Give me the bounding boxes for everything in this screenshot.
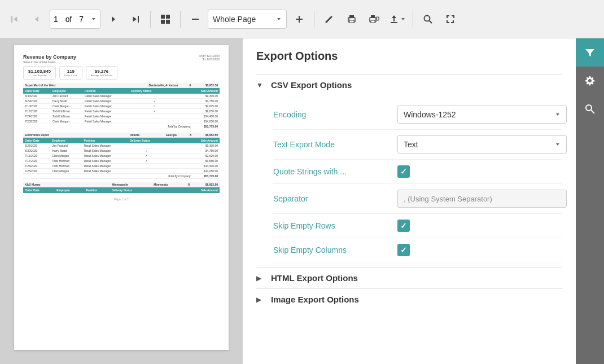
text-export-label: Text Export Mode — [273, 140, 397, 149]
divider-3 — [314, 11, 314, 28]
zoom-select[interactable]: Whole Page — [208, 10, 287, 29]
doc-date-to: To: 9/27/2020 — [199, 58, 220, 61]
doc-subtitle: Sales in the United States — [23, 60, 220, 64]
print-button[interactable] — [342, 9, 362, 29]
csv-section-header[interactable]: ▼ CSV Export Options — [256, 74, 562, 95]
skip-rows-label: Skip Empty Rows — [273, 221, 397, 230]
text-export-control: Text — [397, 135, 567, 154]
doc-page: Revenue by Company Sales in the United S… — [14, 45, 229, 350]
text-export-select[interactable]: Text — [397, 135, 567, 154]
svg-point-17 — [586, 105, 592, 111]
svg-rect-6 — [296, 19, 303, 20]
page-footer: Page 1 of 7 — [23, 198, 220, 201]
zoom-out-button[interactable] — [185, 9, 205, 29]
html-chevron-icon: ▶ — [256, 274, 265, 282]
svg-rect-12 — [371, 15, 375, 18]
skip-rows-checkbox[interactable]: ✓ — [397, 220, 410, 232]
upload-icon — [389, 14, 399, 24]
stat-revenue-label: Total Revenue — [28, 74, 51, 77]
stat-count: 119 Under Count — [59, 66, 82, 80]
search-toolbar-button[interactable] — [418, 9, 438, 29]
divider-2 — [180, 11, 181, 28]
document-preview: Revenue by Company Sales in the United S… — [0, 38, 243, 364]
main-toolbar: 1 of 7 Whole Page — [0, 0, 604, 38]
svg-rect-2 — [161, 20, 165, 24]
encoding-label: Encoding — [273, 110, 397, 119]
of-text: of — [65, 15, 72, 24]
svg-point-15 — [424, 15, 430, 21]
edit-button[interactable] — [319, 9, 339, 29]
skip-columns-control: ✓ — [397, 244, 562, 256]
company-table-3: K&S Muenz Minneapolis Minnesota 8 $8,952… — [23, 182, 220, 193]
first-page-button[interactable] — [5, 9, 25, 29]
export-title: Export Options — [256, 50, 562, 63]
svg-rect-4 — [192, 19, 199, 20]
svg-rect-3 — [166, 20, 170, 24]
csv-chevron-icon: ▼ — [256, 81, 265, 89]
filter-icon — [584, 46, 596, 59]
quote-strings-checkbox[interactable]: ✓ — [397, 165, 410, 178]
doc-stats: $1,103,845 Total Revenue 119 Under Count… — [23, 66, 220, 80]
quote-strings-control: ✓ — [397, 165, 562, 178]
prev-page-button[interactable] — [27, 9, 47, 29]
svg-rect-13 — [371, 20, 375, 23]
next-page-button[interactable] — [103, 9, 123, 29]
svg-rect-8 — [349, 15, 354, 18]
page-current: 1 — [54, 15, 58, 24]
separator-placeholder: , (Using System Separator) — [404, 195, 492, 203]
separator-control: , (Using System Separator) — [397, 190, 567, 208]
separator-input[interactable]: , (Using System Separator) — [397, 190, 567, 208]
export-panel: Export Options ▼ CSV Export Options Enco… — [243, 38, 576, 364]
svg-line-18 — [591, 110, 594, 113]
divider-4 — [413, 11, 413, 28]
main-area: Revenue by Company Sales in the United S… — [0, 38, 604, 364]
encoding-control: Windows-1252 — [397, 106, 567, 124]
encoding-value: Windows-1252 — [404, 110, 456, 119]
doc-date: From: 6/27/2020 To: 9/27/2020 — [199, 54, 220, 61]
gear-icon — [584, 75, 596, 86]
stat-avg-label: Average Sale Amount — [91, 74, 113, 77]
svg-line-16 — [430, 20, 432, 23]
stat-avg-value: $9,276 — [91, 69, 113, 74]
skip-columns-label: Skip Empty Columns — [273, 245, 397, 255]
divider-1 — [150, 11, 151, 28]
fullscreen-button[interactable] — [440, 9, 461, 29]
image-section-header[interactable]: ▶ Image Export Options — [256, 288, 562, 310]
svg-point-10 — [349, 18, 351, 19]
html-section-header[interactable]: ▶ HTML Export Options — [256, 267, 562, 288]
stat-revenue: $1,103,845 Total Revenue — [23, 66, 56, 80]
separator-label: Separator — [273, 194, 397, 203]
separator-row: Separator , (Using System Separator) — [273, 184, 562, 214]
text-export-row: Text Export Mode Text — [273, 130, 562, 160]
zoom-dropdown-arrow — [276, 16, 282, 22]
zoom-in-button[interactable] — [289, 9, 309, 29]
html-section-title: HTML Export Options — [271, 273, 358, 283]
quote-strings-row: Quote Strings with ... ✓ — [273, 160, 562, 184]
encoding-select[interactable]: Windows-1252 — [397, 106, 567, 124]
page-nav-control[interactable]: 1 of 7 — [50, 10, 100, 29]
quote-strings-label: Quote Strings with ... — [273, 167, 397, 176]
right-sidebar — [576, 38, 604, 364]
text-export-dropdown-arrow — [555, 142, 561, 147]
encoding-row: Encoding Windows-1252 — [273, 100, 562, 130]
encoding-dropdown-arrow — [555, 112, 561, 117]
sidebar-search-button[interactable] — [576, 95, 604, 123]
stat-revenue-value: $1,103,845 — [28, 69, 51, 74]
svg-rect-1 — [166, 15, 170, 19]
last-page-button[interactable] — [125, 9, 146, 29]
doc-title: Revenue by Company — [23, 54, 220, 60]
stat-count-value: 119 — [64, 69, 77, 74]
search-icon — [423, 14, 433, 24]
export-button[interactable] — [387, 9, 408, 29]
company-table-2: Electronics Depot Atlanta Georgia 8 $8,9… — [23, 133, 220, 179]
print-all-button[interactable] — [364, 9, 384, 29]
quote-strings-check-icon: ✓ — [400, 167, 407, 176]
company-table-1: Super Mart of the West Bentonville, Arka… — [23, 83, 220, 129]
sidebar-settings-button[interactable] — [576, 67, 604, 95]
stat-avg: $9,276 Average Sale Amount — [86, 66, 118, 80]
export-dropdown-arrow — [400, 16, 406, 22]
sidebar-filter-button[interactable] — [576, 38, 604, 67]
text-export-value: Text — [404, 140, 418, 149]
toggle-view-button[interactable] — [155, 9, 176, 29]
skip-columns-checkbox[interactable]: ✓ — [397, 244, 410, 256]
